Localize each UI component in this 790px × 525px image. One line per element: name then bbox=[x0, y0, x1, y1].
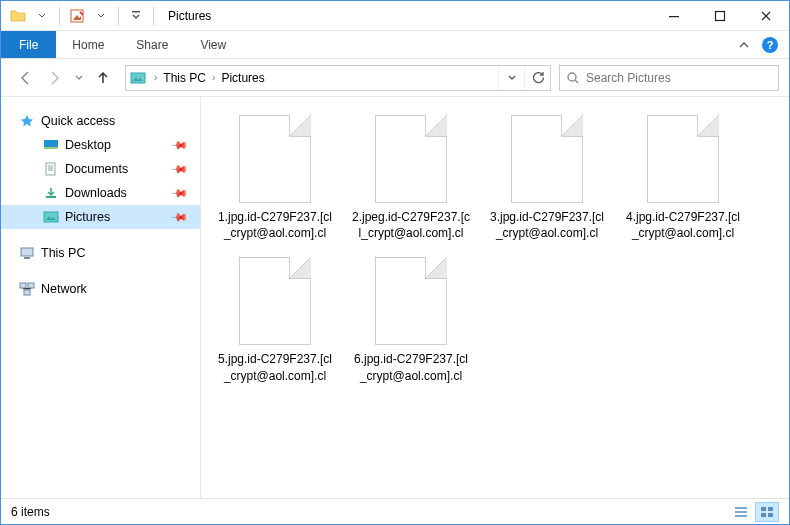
tab-view[interactable]: View bbox=[184, 31, 242, 58]
file-item[interactable]: 4.jpg.id-C279F237.[cl_crypt@aol.com].cl bbox=[619, 111, 747, 245]
help-button[interactable]: ? bbox=[759, 34, 781, 56]
tab-home[interactable]: Home bbox=[56, 31, 120, 58]
file-item[interactable]: 3.jpg.id-C279F237.[cl_crypt@aol.com].cl bbox=[483, 111, 611, 245]
body: Quick access Desktop 📌 Documents 📌 bbox=[1, 97, 789, 498]
sidebar-item-downloads[interactable]: Downloads 📌 bbox=[1, 181, 200, 205]
breadcrumb-current[interactable]: Pictures bbox=[219, 66, 266, 90]
details-view-button[interactable] bbox=[729, 502, 753, 522]
file-name: 3.jpg.id-C279F237.[cl_crypt@aol.com].cl bbox=[487, 209, 607, 241]
svg-rect-10 bbox=[44, 212, 58, 222]
back-button[interactable] bbox=[11, 64, 39, 92]
titlebar: Pictures bbox=[1, 1, 789, 31]
item-count: 6 items bbox=[11, 505, 50, 519]
sidebar-label: Downloads bbox=[65, 186, 127, 200]
sidebar-item-documents[interactable]: Documents 📌 bbox=[1, 157, 200, 181]
sidebar-label: Desktop bbox=[65, 138, 111, 152]
address-bar-buttons bbox=[498, 66, 550, 90]
chevron-right-icon[interactable]: › bbox=[150, 72, 161, 83]
separator bbox=[153, 7, 154, 25]
recent-locations-button[interactable] bbox=[71, 64, 87, 92]
svg-rect-17 bbox=[768, 507, 773, 511]
separator bbox=[59, 7, 60, 25]
ribbon: File Home Share View ? bbox=[1, 31, 789, 59]
file-item[interactable]: 2.jpeg.id-C279F237.[cl_crypt@aol.com].cl bbox=[347, 111, 475, 245]
file-item[interactable]: 6.jpg.id-C279F237.[cl_crypt@aol.com].cl bbox=[347, 253, 475, 387]
chevron-right-icon[interactable]: › bbox=[208, 72, 219, 83]
svg-rect-1 bbox=[132, 11, 140, 13]
svg-point-5 bbox=[568, 73, 576, 81]
svg-rect-8 bbox=[46, 163, 55, 175]
search-icon bbox=[566, 71, 580, 85]
file-icon bbox=[647, 115, 719, 203]
file-name: 2.jpeg.id-C279F237.[cl_crypt@aol.com].cl bbox=[351, 209, 471, 241]
file-name: 6.jpg.id-C279F237.[cl_crypt@aol.com].cl bbox=[351, 351, 471, 383]
help-icon: ? bbox=[762, 37, 778, 53]
qat-dropdown-1[interactable] bbox=[31, 5, 53, 27]
file-icon bbox=[239, 115, 311, 203]
file-name: 1.jpg.id-C279F237.[cl_crypt@aol.com].cl bbox=[215, 209, 335, 241]
search-placeholder: Search Pictures bbox=[586, 71, 671, 85]
file-name: 5.jpg.id-C279F237.[cl_crypt@aol.com].cl bbox=[215, 351, 335, 383]
svg-rect-3 bbox=[716, 11, 725, 20]
sidebar-item-this-pc[interactable]: This PC bbox=[1, 241, 200, 265]
svg-rect-7 bbox=[44, 147, 58, 149]
maximize-button[interactable] bbox=[697, 1, 743, 31]
file-item[interactable]: 1.jpg.id-C279F237.[cl_crypt@aol.com].cl bbox=[211, 111, 339, 245]
svg-rect-14 bbox=[28, 283, 34, 288]
this-pc-icon bbox=[19, 245, 35, 261]
up-button[interactable] bbox=[89, 64, 117, 92]
sidebar-item-desktop[interactable]: Desktop 📌 bbox=[1, 133, 200, 157]
navigation-pane: Quick access Desktop 📌 Documents 📌 bbox=[1, 97, 201, 498]
address-dropdown-button[interactable] bbox=[498, 66, 524, 90]
sidebar-label: Quick access bbox=[41, 114, 115, 128]
separator bbox=[118, 7, 119, 25]
folder-icon[interactable] bbox=[7, 5, 29, 27]
pin-icon: 📌 bbox=[169, 159, 188, 178]
sidebar-item-pictures[interactable]: Pictures 📌 bbox=[1, 205, 200, 229]
file-grid: 1.jpg.id-C279F237.[cl_crypt@aol.com].cl2… bbox=[211, 111, 779, 388]
properties-icon[interactable] bbox=[66, 5, 88, 27]
downloads-icon bbox=[43, 185, 59, 201]
window-controls bbox=[651, 1, 789, 31]
file-icon bbox=[375, 115, 447, 203]
documents-icon bbox=[43, 161, 59, 177]
svg-rect-19 bbox=[768, 513, 773, 517]
breadcrumb-this-pc[interactable]: This PC bbox=[161, 66, 208, 90]
pictures-folder-icon bbox=[126, 70, 150, 86]
svg-rect-12 bbox=[24, 257, 30, 259]
qat-dropdown-2[interactable] bbox=[90, 5, 112, 27]
forward-button[interactable] bbox=[41, 64, 69, 92]
refresh-button[interactable] bbox=[524, 66, 550, 90]
pin-icon: 📌 bbox=[169, 183, 188, 202]
minimize-button[interactable] bbox=[651, 1, 697, 31]
file-icon bbox=[511, 115, 583, 203]
quick-access-icon bbox=[19, 113, 35, 129]
file-item[interactable]: 5.jpg.id-C279F237.[cl_crypt@aol.com].cl bbox=[211, 253, 339, 387]
sidebar-item-quick-access[interactable]: Quick access bbox=[1, 109, 200, 133]
svg-rect-2 bbox=[669, 16, 679, 17]
view-switcher bbox=[729, 502, 779, 522]
sidebar-label: Network bbox=[41, 282, 87, 296]
tab-share[interactable]: Share bbox=[120, 31, 184, 58]
expand-ribbon-button[interactable] bbox=[733, 34, 755, 56]
window-title: Pictures bbox=[168, 9, 211, 23]
svg-rect-13 bbox=[20, 283, 26, 288]
quick-access-toolbar: Pictures bbox=[1, 5, 211, 27]
navigation-bar: › This PC › Pictures Search Pictures bbox=[1, 59, 789, 97]
file-name: 4.jpg.id-C279F237.[cl_crypt@aol.com].cl bbox=[623, 209, 743, 241]
search-box[interactable]: Search Pictures bbox=[559, 65, 779, 91]
ribbon-right: ? bbox=[733, 31, 789, 58]
file-list[interactable]: 1.jpg.id-C279F237.[cl_crypt@aol.com].cl2… bbox=[201, 97, 789, 498]
tab-file[interactable]: File bbox=[1, 31, 56, 58]
svg-rect-9 bbox=[46, 196, 56, 198]
svg-rect-16 bbox=[761, 507, 766, 511]
qat-customize[interactable] bbox=[125, 5, 147, 27]
close-button[interactable] bbox=[743, 1, 789, 31]
sidebar-label: Pictures bbox=[65, 210, 110, 224]
address-bar[interactable]: › This PC › Pictures bbox=[125, 65, 551, 91]
pictures-icon bbox=[43, 209, 59, 225]
sidebar-item-network[interactable]: Network bbox=[1, 277, 200, 301]
large-icons-view-button[interactable] bbox=[755, 502, 779, 522]
status-bar: 6 items bbox=[1, 498, 789, 524]
svg-rect-15 bbox=[24, 290, 30, 295]
